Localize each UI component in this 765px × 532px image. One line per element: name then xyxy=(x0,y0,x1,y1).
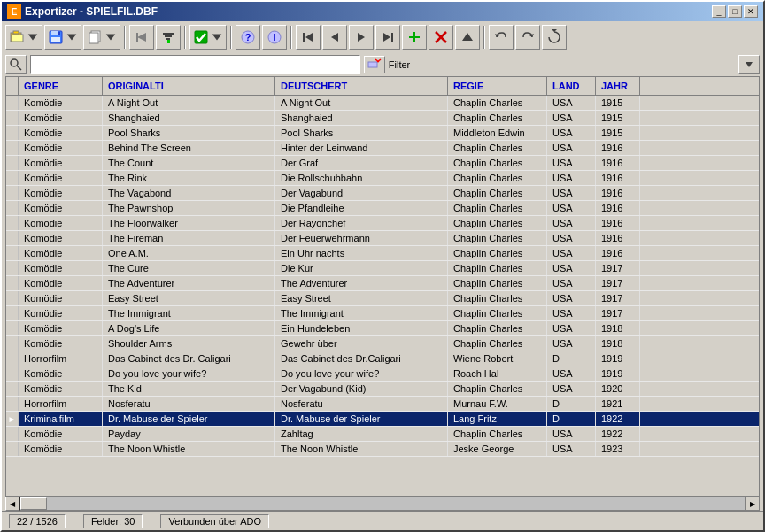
table-row[interactable]: KomödieThe CureDie KurChaplin CharlesUSA… xyxy=(6,261,759,276)
hscroll-track[interactable] xyxy=(19,497,746,511)
table-row[interactable]: KomödieA Dog's LifeEin HundelebenChaplin… xyxy=(6,321,759,336)
header-land[interactable]: LAND xyxy=(547,77,596,95)
hscroll-thumb[interactable] xyxy=(20,497,47,510)
separator-1 xyxy=(124,26,126,49)
cell-original: The Pawnshop xyxy=(103,201,275,215)
table-row[interactable]: KomödieEasy StreetEasy StreetChaplin Cha… xyxy=(6,291,759,306)
table-row[interactable]: KomödieThe CountDer GrafChaplin CharlesU… xyxy=(6,156,759,171)
refresh-button[interactable] xyxy=(542,25,567,50)
nav-prev-set-icon xyxy=(134,29,150,45)
open-button[interactable] xyxy=(5,25,42,50)
cell-original: Das Cabinet des Dr. Caligari xyxy=(103,351,275,366)
row-indicator xyxy=(6,186,19,200)
header-original[interactable]: ORIGINALTI xyxy=(103,77,275,95)
help-button[interactable]: ? xyxy=(236,25,260,50)
table-row[interactable]: KomödieA Night OutA Night OutChaplin Cha… xyxy=(6,96,759,111)
cell-jahr: 1918 xyxy=(596,336,640,351)
svg-marker-28 xyxy=(383,33,390,42)
cell-deutsch: Hinter der Leinwand xyxy=(275,141,448,155)
table-row[interactable]: KomödieThe FiremanDer FeuerwehrmannChapl… xyxy=(6,231,759,246)
table-row[interactable]: KomödieThe PawnshopDie PfandleiheChaplin… xyxy=(6,201,759,216)
search-input[interactable] xyxy=(30,55,360,74)
table-row[interactable]: KomödieThe VagabondDer VagabundChaplin C… xyxy=(6,186,759,201)
minimize-button[interactable]: _ xyxy=(712,5,726,18)
record-status: 22 / 1526 xyxy=(9,514,66,528)
cell-genre: Komödie xyxy=(19,156,103,170)
next-record-button[interactable] xyxy=(349,25,374,50)
header-regie[interactable]: REGIE xyxy=(448,77,547,95)
table-row[interactable]: KomödieThe RinkDie RollschuhbahnChaplin … xyxy=(6,171,759,186)
clear-filter-button[interactable] xyxy=(364,56,385,73)
search-button[interactable] xyxy=(5,55,27,74)
row-indicator xyxy=(6,442,19,456)
cell-regie: Wiene Robert xyxy=(448,351,547,366)
header-deutsch[interactable]: DEUTSCHERT xyxy=(275,77,448,95)
svg-marker-11 xyxy=(106,35,116,41)
maximize-button[interactable]: □ xyxy=(728,5,742,18)
undo-button[interactable] xyxy=(489,25,514,50)
cell-jahr: 1919 xyxy=(596,366,640,381)
header-genre[interactable]: GENRE xyxy=(19,77,103,95)
first-record-button[interactable] xyxy=(296,25,321,50)
table-row[interactable]: KomödieThe KidDer Vagabund (Kid)Chaplin … xyxy=(6,382,759,397)
cell-regie: Lang Fritz xyxy=(448,412,547,426)
separator-2 xyxy=(184,26,186,49)
prev-record-button[interactable] xyxy=(322,25,347,50)
table-row[interactable]: KomödieShanghaiedShanghaiedChaplin Charl… xyxy=(6,111,759,126)
scroll-up-button[interactable] xyxy=(455,25,480,50)
add-record-button[interactable] xyxy=(402,25,427,50)
close-button[interactable]: ✕ xyxy=(744,5,758,18)
cell-genre: Komödie xyxy=(19,96,103,110)
header-jahr[interactable]: JAHR xyxy=(596,77,640,95)
table-row[interactable]: KomödieDo you love your wife?Do you love… xyxy=(6,366,759,382)
table-row[interactable]: ►KriminalfilmDr. Mabuse der SpielerDr. M… xyxy=(6,412,759,427)
cell-regie: Chaplin Charles xyxy=(448,96,547,110)
table-row[interactable]: KomödiePool SharksPool SharksMiddleton E… xyxy=(6,126,759,141)
copy-dropdown-icon xyxy=(104,31,117,43)
filter-dropdown-button[interactable] xyxy=(738,55,760,74)
cell-original: Dr. Mabuse der Spieler xyxy=(103,412,275,426)
copy-button[interactable] xyxy=(83,25,120,50)
filter-button[interactable] xyxy=(156,25,181,50)
cell-regie: Murnau F.W. xyxy=(448,397,547,411)
cell-land: USA xyxy=(547,201,596,215)
table-row[interactable]: KomödieOne A.M.Ein Uhr nachtsChaplin Cha… xyxy=(6,246,759,261)
row-indicator: ► xyxy=(6,412,19,426)
separator-4 xyxy=(483,26,485,49)
cell-regie: Chaplin Charles xyxy=(448,427,547,441)
redo-button[interactable] xyxy=(515,25,540,50)
row-indicator xyxy=(6,351,19,366)
row-indicator xyxy=(6,306,19,320)
table-row[interactable]: KomödieBehind The ScreenHinter der Leinw… xyxy=(6,141,759,156)
cell-genre: Komödie xyxy=(19,291,103,305)
save-button[interactable] xyxy=(44,25,81,50)
table-row[interactable]: KomödieThe AdventurerThe AdventurerChapl… xyxy=(6,276,759,291)
info-button[interactable]: i xyxy=(262,25,287,50)
cell-genre: Komödie xyxy=(19,336,103,351)
table-row[interactable]: HorrorfilmDas Cabinet des Dr. CaligariDa… xyxy=(6,351,759,366)
check-button[interactable] xyxy=(189,25,227,50)
table-row[interactable]: KomödieThe FloorwalkerDer RayonchefChapl… xyxy=(6,216,759,231)
cell-original: Shoulder Arms xyxy=(103,336,275,351)
cell-jahr: 1915 xyxy=(596,96,640,110)
table-row[interactable]: KomödiePaydayZahltagChaplin CharlesUSA19… xyxy=(6,427,759,442)
last-record-button[interactable] xyxy=(375,25,400,50)
cell-deutsch: Dr. Mabuse der Spieler xyxy=(275,412,448,426)
scroll-right-button[interactable]: ▶ xyxy=(746,497,760,511)
table-row[interactable]: HorrorfilmNosferatuNosferatuMurnau F.W.D… xyxy=(6,397,759,412)
delete-record-button[interactable] xyxy=(429,25,453,50)
table-row[interactable]: KomödieThe Noon WhistleThe Noon WhistleJ… xyxy=(6,442,759,457)
toolbar-area: ? i xyxy=(2,21,763,53)
goto-prev-set-button[interactable] xyxy=(129,25,154,50)
title-controls: _ □ ✕ xyxy=(712,5,758,18)
scroll-left-button[interactable]: ◀ xyxy=(5,497,19,511)
cell-jahr: 1917 xyxy=(596,276,640,290)
cell-deutsch: Ein Hundeleben xyxy=(275,321,448,335)
cell-jahr: 1918 xyxy=(596,321,640,335)
cell-deutsch: Zahltag xyxy=(275,427,448,441)
cell-land: USA xyxy=(547,126,596,140)
row-indicator xyxy=(6,261,19,275)
table-row[interactable]: KomödieShoulder ArmsGewehr überChaplin C… xyxy=(6,336,759,351)
cell-land: USA xyxy=(547,442,596,456)
table-row[interactable]: KomödieThe ImmigrantThe ImmigrantChaplin… xyxy=(6,306,759,321)
